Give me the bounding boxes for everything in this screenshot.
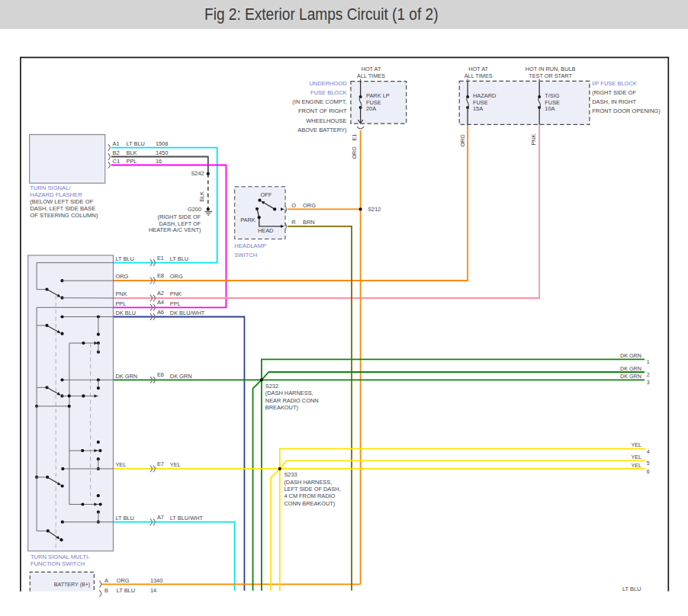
svg-text:HOT AT: HOT AT [468,66,488,72]
svg-text:LEFT SIDE OF DASH,: LEFT SIDE OF DASH, [284,486,340,492]
svg-text:DK BLU: DK BLU [115,310,136,316]
svg-text:A1: A1 [113,140,120,147]
svg-text:A7: A7 [157,514,164,521]
svg-text:C1: C1 [113,158,120,165]
svg-text:HOT AT: HOT AT [362,66,381,72]
svg-text:(BELOW LEFT SIDE OF: (BELOW LEFT SIDE OF [30,198,93,205]
svg-text:R: R [291,219,295,226]
svg-text:HEATER-A/C VENT): HEATER-A/C VENT) [149,226,201,233]
svg-text:ORG: ORG [170,273,183,280]
svg-text:UNDERHOOD: UNDERHOOD [309,80,347,87]
svg-text:TURN SIGNAL/: TURN SIGNAL/ [30,184,71,191]
svg-text:A4: A4 [157,299,164,306]
svg-text:FRONT DOOR OPENING): FRONT DOOR OPENING) [592,107,661,114]
svg-text:E1: E1 [157,255,164,261]
svg-text:16: 16 [156,158,162,165]
svg-text:BATTERY (B+): BATTERY (B+) [54,582,91,588]
svg-text:DASH, LEFT SIDE BASE: DASH, LEFT SIDE BASE [30,205,95,212]
svg-text:TURN SIGNAL MULTI-: TURN SIGNAL MULTI- [31,553,90,560]
svg-text:PNK: PNK [170,290,182,297]
svg-text:E6: E6 [157,371,164,378]
svg-text:PPL: PPL [170,300,181,307]
svg-text:S242: S242 [191,170,204,177]
svg-text:TEST OR START: TEST OR START [529,72,572,79]
svg-text:YEL: YEL [170,461,181,468]
svg-text:E8: E8 [157,272,164,279]
svg-text:I/P FUSE BLOCK: I/P FUSE BLOCK [592,80,637,87]
svg-text:PNK: PNK [115,290,127,297]
svg-text:(DASH HARNESS,: (DASH HARNESS, [284,479,332,486]
svg-text:BLK: BLK [198,191,205,202]
svg-text:HEADLAMP: HEADLAMP [234,242,266,249]
svg-text:SWITCH: SWITCH [234,252,257,258]
svg-text:ORG: ORG [117,577,130,584]
svg-text:B: B [104,587,108,594]
svg-text:FRONT OF RIGHT: FRONT OF RIGHT [298,107,347,114]
svg-text:E1: E1 [351,134,358,141]
svg-text:B2: B2 [113,149,120,156]
svg-text:S212: S212 [368,206,381,213]
svg-text:4 CM FROM RADIO: 4 CM FROM RADIO [284,492,335,499]
svg-text:2: 2 [647,372,650,377]
svg-text:G200: G200 [188,206,201,213]
svg-text:ALL TIMES: ALL TIMES [357,72,385,79]
svg-text:LT BLU: LT BLU [127,140,145,147]
svg-text:YEL: YEL [631,462,641,469]
svg-text:A: A [104,577,108,584]
svg-text:LT BLU: LT BLU [622,586,641,592]
svg-text:YEL: YEL [631,441,641,448]
svg-text:HOT IN RUN, BULB: HOT IN RUN, BULB [526,66,576,72]
svg-text:BLK: BLK [127,149,137,156]
svg-text:DK GRN: DK GRN [620,352,641,359]
svg-text:ORG: ORG [303,202,316,209]
svg-text:YEL: YEL [115,461,126,468]
svg-text:DK GRN: DK GRN [620,365,641,372]
svg-text:E7: E7 [157,460,164,467]
svg-text:LT BLU: LT BLU [115,515,133,521]
svg-text:BRN: BRN [303,219,315,226]
svg-text:(RIGHT SIDE OF: (RIGHT SIDE OF [592,89,636,96]
svg-text:ORG: ORG [115,273,128,280]
svg-text:15A: 15A [473,105,483,112]
svg-text:S233: S233 [284,471,297,478]
svg-text:LT BLU/WHT: LT BLU/WHT [170,515,204,521]
svg-text:DASH, IN RIGHT: DASH, IN RIGHT [592,98,636,105]
svg-text:1508: 1508 [156,140,168,147]
svg-text:OF STEERING COLUMN): OF STEERING COLUMN) [30,212,98,219]
svg-text:1: 1 [647,359,650,364]
svg-text:LT BLU: LT BLU [170,255,188,262]
svg-text:YEL: YEL [631,454,641,460]
svg-text:A6: A6 [157,309,164,316]
svg-text:PARK: PARK [240,217,256,223]
svg-text:14: 14 [150,587,156,594]
svg-text:DK GRN: DK GRN [620,373,641,380]
svg-text:Fig 2: Exterior Lamps Circuit: Fig 2: Exterior Lamps Circuit (1 of 2) [204,5,439,24]
svg-text:DK GRN: DK GRN [115,373,137,380]
svg-text:ORG: ORG [459,134,466,147]
svg-text:DK GRN: DK GRN [170,373,192,380]
svg-text:PNK: PNK [530,134,537,146]
svg-text:10A: 10A [545,105,555,112]
svg-text:S232: S232 [265,383,278,390]
svg-text:FUNCTION SWITCH: FUNCTION SWITCH [31,560,85,567]
svg-text:PPL: PPL [127,158,137,165]
svg-text:LT BLU: LT BLU [117,587,135,594]
svg-text:6: 6 [647,469,650,474]
svg-text:HAZARD FLASHER: HAZARD FLASHER [30,191,82,198]
svg-text:O: O [291,202,296,209]
svg-text:WHEELHOUSE: WHEELHOUSE [306,117,346,124]
svg-text:NEAR RADIO CONN: NEAR RADIO CONN [265,397,319,404]
svg-text:3: 3 [647,380,650,385]
svg-text:5: 5 [647,460,650,466]
svg-text:A2: A2 [157,290,164,297]
svg-text:OFF: OFF [260,191,272,198]
svg-text:(IN ENGINE COMPT,: (IN ENGINE COMPT, [292,98,346,105]
svg-text:4: 4 [647,449,650,454]
svg-text:ABOVE BATTERY): ABOVE BATTERY) [297,127,347,133]
svg-text:1340: 1340 [150,577,162,584]
svg-text:FUSE BLOCK: FUSE BLOCK [310,89,347,96]
svg-text:CONN BREAKOUT): CONN BREAKOUT) [284,500,335,507]
svg-text:ORG: ORG [351,146,358,159]
svg-text:DK BLU/WHT: DK BLU/WHT [170,310,205,316]
svg-text:BREAKOUT): BREAKOUT) [265,404,298,411]
